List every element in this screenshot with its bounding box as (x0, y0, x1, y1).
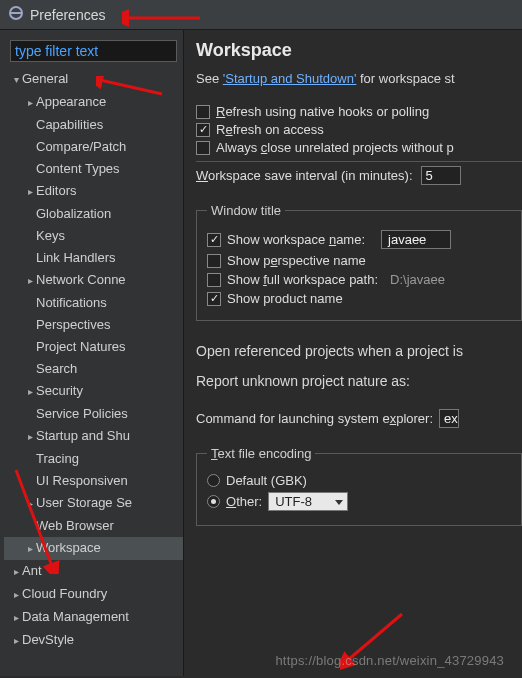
close-unrelated-row[interactable]: Always close unrelated projects without … (196, 140, 522, 155)
tree-item-label: Service Policies (36, 406, 128, 421)
explorer-command-input[interactable]: ex (439, 409, 459, 428)
tree-item-label: Appearance (36, 94, 106, 109)
tree-item-label: Data Management (22, 609, 129, 624)
expand-caret-icon[interactable]: ▸ (24, 182, 36, 202)
expand-caret-icon[interactable]: ▸ (24, 494, 36, 514)
startup-shutdown-link[interactable]: 'Startup and Shutdown' (223, 71, 357, 86)
expand-caret-icon[interactable]: ▸ (24, 539, 36, 559)
tree-item-search[interactable]: Search (4, 358, 183, 380)
refresh-access-checkbox[interactable] (196, 123, 210, 137)
close-unrelated-checkbox[interactable] (196, 141, 210, 155)
tree-item-notifications[interactable]: Notifications (4, 292, 183, 314)
encoding-default-row[interactable]: Default (GBK) (207, 473, 511, 488)
open-referenced-label: Open referenced projects when a project … (196, 343, 522, 359)
show-perspective-row[interactable]: Show perspective name (207, 253, 511, 268)
tree-item-project-natures[interactable]: Project Natures (4, 336, 183, 358)
tree-item-label: Notifications (36, 295, 107, 310)
watermark: https://blog.csdn.net/weixin_43729943 (275, 653, 504, 668)
tree-item-cloud-foundry[interactable]: ▸Cloud Foundry (4, 583, 183, 606)
show-workspace-name-checkbox[interactable] (207, 233, 221, 247)
tree-item-label: Search (36, 361, 77, 376)
filter-container (10, 40, 177, 62)
tree-item-editors[interactable]: ▸Editors (4, 180, 183, 203)
expand-caret-icon[interactable]: ▸ (10, 631, 22, 651)
tree-item-ant[interactable]: ▸Ant (4, 560, 183, 583)
tree-item-label: Perspectives (36, 317, 110, 332)
encoding-default-radio[interactable] (207, 474, 220, 487)
tree-item-web-browser[interactable]: Web Browser (4, 515, 183, 537)
expand-caret-icon[interactable]: ▸ (10, 608, 22, 628)
window-title-group: Window title Show workspace name: javaee… (196, 203, 522, 321)
expand-caret-icon[interactable]: ▸ (24, 271, 36, 291)
expand-caret-icon[interactable]: ▸ (10, 562, 22, 582)
show-product-label: Show product name (227, 291, 343, 306)
tree-item-perspectives[interactable]: Perspectives (4, 314, 183, 336)
preferences-tree[interactable]: ▾General▸AppearanceCapabilitiesCompare/P… (4, 68, 183, 652)
tree-item-content-types[interactable]: Content Types (4, 158, 183, 180)
explorer-command-row: Command for launching system explorer: e… (196, 409, 522, 428)
window-title: Preferences (30, 7, 105, 23)
tree-item-label: UI Responsiven (36, 473, 128, 488)
tree-item-compare-patch[interactable]: Compare/Patch (4, 136, 183, 158)
show-workspace-name-label: Show workspace name: (227, 232, 365, 247)
encoding-other-combo[interactable]: UTF-8 (268, 492, 348, 511)
tree-item-globalization[interactable]: Globalization (4, 203, 183, 225)
show-workspace-name-row[interactable]: Show workspace name: javaee (207, 230, 511, 249)
encoding-other-radio[interactable] (207, 495, 220, 508)
tree-item-label: Compare/Patch (36, 139, 126, 154)
expand-caret-icon[interactable]: ▸ (10, 585, 22, 605)
tree-item-data-management[interactable]: ▸Data Management (4, 606, 183, 629)
save-interval-label: Workspace save interval (in minutes): (196, 168, 413, 183)
expand-caret-icon[interactable]: ▸ (24, 93, 36, 113)
filter-input[interactable] (10, 40, 177, 62)
see-line: See 'Startup and Shutdown' for workspace… (196, 71, 522, 86)
save-interval-row: Workspace save interval (in minutes): (196, 161, 522, 185)
tree-item-workspace[interactable]: ▸Workspace (4, 537, 183, 560)
tree-item-service-policies[interactable]: Service Policies (4, 403, 183, 425)
expand-caret-icon[interactable]: ▸ (24, 382, 36, 402)
tree-item-tracing[interactable]: Tracing (4, 448, 183, 470)
show-perspective-label: Show perspective name (227, 253, 366, 268)
save-interval-input[interactable] (421, 166, 461, 185)
tree-item-label: Ant (22, 563, 42, 578)
titlebar: Preferences (0, 0, 522, 30)
refresh-hooks-row[interactable]: Refresh using native hooks or polling (196, 104, 522, 119)
tree-item-label: Security (36, 383, 83, 398)
tree-item-network-conne[interactable]: ▸Network Conne (4, 269, 183, 292)
tree-item-label: Tracing (36, 451, 79, 466)
tree-item-keys[interactable]: Keys (4, 225, 183, 247)
encoding-other-row[interactable]: Other: UTF-8 (207, 492, 511, 511)
tree-item-appearance[interactable]: ▸Appearance (4, 91, 183, 114)
refresh-access-row[interactable]: Refresh on access (196, 122, 522, 137)
tree-item-ui-responsiven[interactable]: UI Responsiven (4, 470, 183, 492)
show-path-label: Show full workspace path: (227, 272, 378, 287)
tree-item-label: Workspace (36, 540, 101, 555)
tree-item-capabilities[interactable]: Capabilities (4, 114, 183, 136)
show-path-row[interactable]: Show full workspace path: D:\javaee (207, 272, 511, 287)
show-product-row[interactable]: Show product name (207, 291, 511, 306)
tree-item-label: Link Handlers (36, 250, 116, 265)
tree-item-startup-and-shu[interactable]: ▸Startup and Shu (4, 425, 183, 448)
tree-item-general[interactable]: ▾General (4, 68, 183, 91)
tree-item-label: Startup and Shu (36, 428, 130, 443)
expand-caret-icon[interactable]: ▾ (10, 70, 22, 90)
workspace-name-input[interactable]: javaee (381, 230, 451, 249)
tree-item-link-handlers[interactable]: Link Handlers (4, 247, 183, 269)
expand-caret-icon[interactable]: ▸ (24, 427, 36, 447)
tree-item-label: Network Conne (36, 272, 126, 287)
tree-item-label: Project Natures (36, 339, 126, 354)
close-unrelated-label: Always close unrelated projects without … (216, 140, 454, 155)
preferences-page: Workspace See 'Startup and Shutdown' for… (184, 30, 522, 676)
refresh-hooks-checkbox[interactable] (196, 105, 210, 119)
show-path-checkbox[interactable] (207, 273, 221, 287)
tree-item-label: Cloud Foundry (22, 586, 107, 601)
show-perspective-checkbox[interactable] (207, 254, 221, 268)
show-product-checkbox[interactable] (207, 292, 221, 306)
see-suffix: for workspace st (356, 71, 454, 86)
tree-item-label: Web Browser (36, 518, 114, 533)
refresh-hooks-label: Refresh using native hooks or polling (216, 104, 429, 119)
tree-item-label: Capabilities (36, 117, 103, 132)
tree-item-devstyle[interactable]: ▸DevStyle (4, 629, 183, 652)
tree-item-security[interactable]: ▸Security (4, 380, 183, 403)
tree-item-user-storage-se[interactable]: ▸User Storage Se (4, 492, 183, 515)
